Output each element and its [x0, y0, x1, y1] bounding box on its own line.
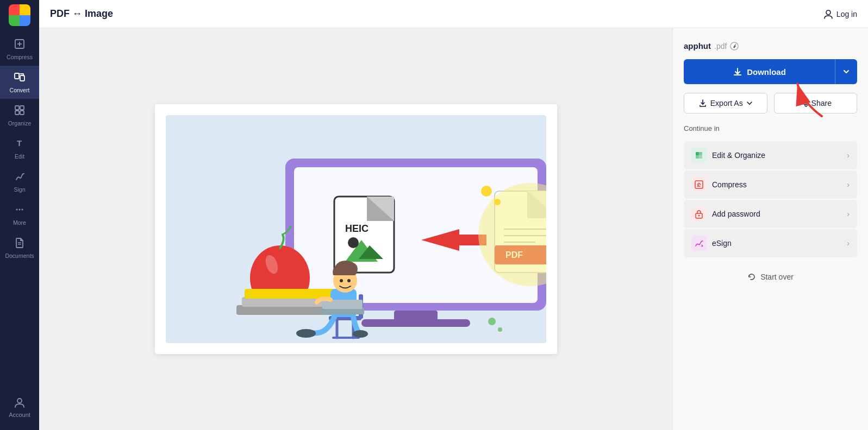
svg-point-61	[481, 186, 492, 197]
start-over-label: Start over	[760, 273, 794, 281]
compress-chevron: ›	[847, 180, 850, 189]
continue-item-left-edit: Edit & Organize	[691, 148, 765, 163]
svg-rect-76	[699, 155, 702, 159]
compress-continue-label: Compress	[712, 180, 747, 189]
edit-organize-chevron: ›	[847, 151, 850, 160]
svg-rect-1	[20, 4, 30, 15]
preview-image: HEIC PDF	[166, 115, 546, 343]
svg-rect-7	[15, 73, 19, 79]
download-button[interactable]: Download	[684, 59, 835, 84]
sidebar-item-more[interactable]: More	[0, 198, 39, 231]
sidebar-item-documents-label: Documents	[5, 252, 34, 259]
file-name-row: apphut .pdf	[684, 41, 857, 50]
file-extension: .pdf	[714, 42, 727, 50]
sidebar-item-edit-label: Edit	[15, 153, 24, 160]
esign-label: eSign	[712, 239, 732, 248]
svg-point-55	[340, 279, 343, 282]
svg-rect-74	[699, 152, 702, 155]
svg-point-69	[801, 102, 803, 104]
svg-rect-8	[20, 75, 24, 81]
svg-point-31	[348, 237, 359, 248]
edit-organize-label: Edit & Organize	[712, 151, 765, 160]
svg-point-80	[698, 215, 700, 217]
login-button[interactable]: Log in	[823, 9, 857, 19]
svg-rect-12	[15, 111, 19, 115]
svg-point-59	[296, 329, 316, 338]
password-chevron: ›	[847, 210, 850, 218]
svg-line-72	[803, 104, 805, 105]
compress-icon	[14, 38, 26, 52]
sidebar: Compress Convert Organize	[0, 0, 39, 430]
continue-item-compress[interactable]: Compress ›	[684, 170, 857, 199]
file-name: apphut	[684, 41, 711, 50]
continue-item-add-password[interactable]: Add password ›	[684, 200, 857, 228]
svg-rect-2	[9, 15, 20, 26]
sidebar-item-edit[interactable]: T Edit	[0, 132, 39, 165]
sidebar-item-organize[interactable]: Organize	[0, 99, 39, 132]
svg-point-60	[353, 330, 368, 338]
svg-point-62	[494, 199, 501, 205]
password-icon	[691, 206, 707, 222]
svg-line-71	[803, 102, 805, 103]
sign-icon	[14, 170, 26, 184]
header-actions: Log in	[823, 9, 857, 19]
svg-rect-3	[20, 15, 30, 26]
continue-item-left-password: Add password	[691, 206, 760, 222]
right-panel: apphut .pdf	[672, 28, 868, 430]
share-icon	[800, 99, 808, 108]
svg-point-68	[805, 100, 807, 102]
compress-continue-icon	[691, 177, 707, 192]
svg-rect-0	[9, 4, 20, 15]
download-caret-button[interactable]	[835, 59, 857, 84]
svg-point-15	[16, 209, 18, 211]
caret-down-icon	[843, 68, 850, 75]
user-icon	[823, 9, 833, 19]
edit-filename-button[interactable]	[730, 42, 739, 50]
sidebar-item-documents[interactable]: Documents	[0, 231, 39, 264]
export-icon	[698, 99, 707, 108]
sidebar-item-sign[interactable]: Sign	[0, 165, 39, 198]
sidebar-item-compress-label: Compress	[7, 54, 33, 60]
continue-item-edit-organize[interactable]: Edit & Organize ›	[684, 141, 857, 169]
download-row: Download	[684, 59, 857, 84]
page-title: PDF ↔ Image	[50, 8, 113, 20]
svg-text:HEIC: HEIC	[345, 223, 369, 234]
svg-rect-75	[696, 155, 699, 159]
preview-pane: HEIC PDF	[39, 28, 672, 430]
continue-item-left-compress: Compress	[691, 177, 747, 192]
svg-rect-11	[20, 106, 24, 110]
share-button[interactable]: Share	[774, 93, 858, 113]
sidebar-account-label: Account	[9, 412, 30, 418]
esign-icon	[691, 236, 707, 251]
more-icon	[14, 204, 26, 217]
svg-point-64	[498, 327, 502, 332]
svg-point-70	[805, 104, 807, 106]
download-icon	[733, 67, 742, 77]
esign-chevron: ›	[847, 239, 850, 248]
svg-point-16	[19, 209, 21, 211]
sidebar-item-account[interactable]: Account	[0, 391, 39, 423]
secondary-row: Export As Share	[684, 93, 857, 113]
preview-card: HEIC PDF	[155, 104, 557, 354]
start-over-button[interactable]: Start over	[684, 268, 857, 286]
continue-item-esign[interactable]: eSign ›	[684, 229, 857, 257]
svg-rect-25	[361, 319, 470, 327]
export-chevron-icon	[746, 100, 753, 106]
header: PDF ↔ Image Log in	[39, 0, 868, 28]
sidebar-item-convert[interactable]: Convert	[0, 66, 39, 99]
svg-point-20	[17, 399, 22, 403]
sidebar-item-compress[interactable]: Compress	[0, 33, 39, 66]
sidebar-item-sign-label: Sign	[14, 186, 25, 193]
refresh-icon	[747, 273, 756, 281]
svg-point-17	[22, 209, 23, 211]
svg-point-63	[488, 318, 496, 325]
continue-list: Edit & Organize ›	[684, 141, 857, 257]
password-label: Add password	[712, 210, 760, 218]
svg-point-21	[826, 10, 830, 15]
svg-rect-10	[15, 106, 19, 110]
pencil-icon	[730, 42, 739, 50]
continue-item-left-esign: eSign	[691, 236, 732, 251]
export-as-button[interactable]: Export As	[684, 93, 767, 113]
main-content: PDF ↔ Image Log in	[39, 0, 868, 430]
sidebar-item-organize-label: Organize	[8, 120, 32, 127]
